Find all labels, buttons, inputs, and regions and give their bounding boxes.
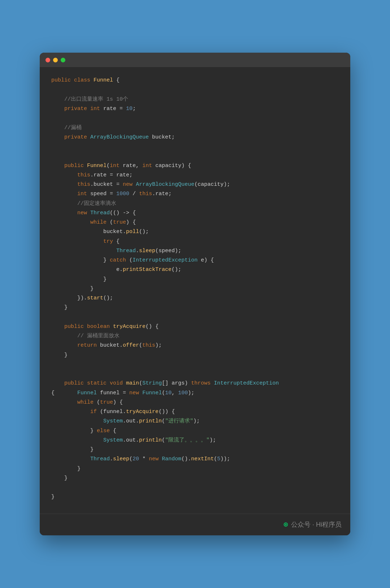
footer-bar: ⊛ 公众号 · Hi程序员 — [40, 514, 350, 535]
minimize-button[interactable] — [53, 58, 58, 62]
maximize-button[interactable] — [61, 58, 65, 62]
code-content: public class Funnel { //出口流量速率 1s 10个 pr… — [40, 67, 350, 513]
wechat-icon: ⊛ — [283, 520, 288, 530]
title-bar — [40, 53, 350, 67]
footer-text: 公众号 · Hi程序员 — [291, 520, 342, 529]
close-button[interactable] — [46, 58, 50, 62]
code-window: public class Funnel { //出口流量速率 1s 10个 pr… — [40, 53, 350, 535]
